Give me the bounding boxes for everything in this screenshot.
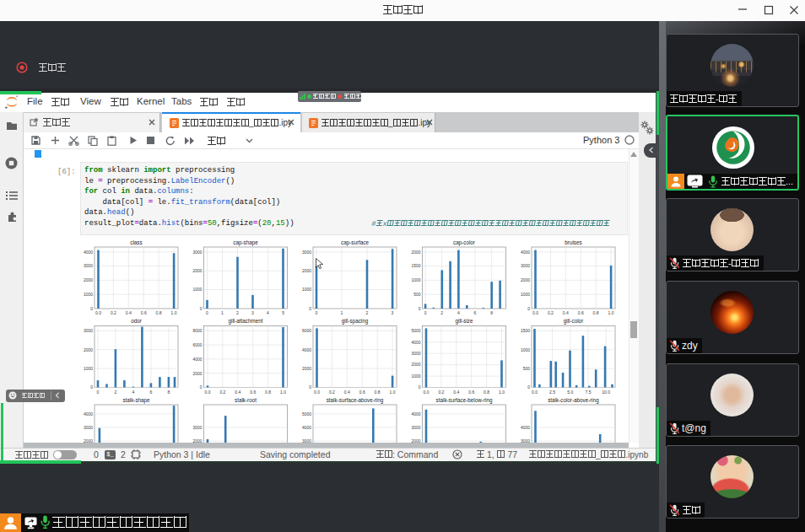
svg-text:1000: 1000 bbox=[411, 373, 420, 379]
svg-text:cap-surface: cap-surface bbox=[341, 239, 369, 246]
svg-text:1500: 1500 bbox=[411, 263, 420, 268]
svg-text:7.5: 7.5 bbox=[586, 390, 592, 395]
svg-text:4000: 4000 bbox=[84, 411, 93, 416]
svg-text:10.0: 10.0 bbox=[602, 390, 610, 395]
svg-text:stalk-color-above-ring: stalk-color-above-ring bbox=[548, 397, 599, 404]
svg-text:4000: 4000 bbox=[302, 347, 311, 352]
svg-text:0.0: 0.0 bbox=[532, 310, 538, 315]
svg-text:0.2: 0.2 bbox=[548, 310, 554, 315]
svg-text:1.0: 1.0 bbox=[499, 390, 505, 395]
svg-text:1000: 1000 bbox=[411, 277, 420, 282]
svg-text:2000: 2000 bbox=[302, 366, 311, 371]
svg-text:0.6: 0.6 bbox=[578, 310, 584, 315]
svg-text:3: 3 bbox=[251, 310, 254, 315]
svg-text:0: 0 bbox=[200, 384, 203, 390]
svg-text:0.8: 0.8 bbox=[593, 310, 599, 315]
svg-text:6000: 6000 bbox=[302, 328, 311, 333]
svg-text:1.0: 1.0 bbox=[280, 390, 286, 395]
svg-text:1: 1 bbox=[341, 310, 343, 315]
svg-text:0: 0 bbox=[200, 306, 203, 311]
svg-text:0: 0 bbox=[309, 306, 311, 311]
svg-text:1000: 1000 bbox=[84, 366, 93, 371]
svg-text:4: 4 bbox=[457, 310, 460, 315]
svg-text:3000: 3000 bbox=[411, 351, 420, 356]
svg-text:0.6: 0.6 bbox=[250, 390, 256, 395]
svg-text:2: 2 bbox=[366, 310, 369, 315]
svg-text:0.4: 0.4 bbox=[563, 310, 569, 315]
svg-text:0.2: 0.2 bbox=[111, 310, 116, 315]
svg-text:0: 0 bbox=[419, 384, 421, 390]
svg-text:0: 0 bbox=[527, 384, 530, 390]
svg-text:1: 1 bbox=[221, 310, 224, 315]
svg-text:500: 500 bbox=[413, 292, 421, 297]
svg-text:cap-shape: cap-shape bbox=[233, 239, 258, 246]
svg-text:500: 500 bbox=[523, 366, 531, 371]
svg-text:8000: 8000 bbox=[192, 328, 202, 333]
svg-text:gill-attachment: gill-attachment bbox=[229, 318, 263, 325]
svg-text:0.6: 0.6 bbox=[359, 390, 365, 395]
svg-text:2000: 2000 bbox=[411, 362, 420, 367]
svg-text:4: 4 bbox=[132, 390, 135, 395]
svg-text:cap-color: cap-color bbox=[453, 239, 475, 246]
svg-text:gill-spacing: gill-spacing bbox=[342, 318, 369, 325]
svg-text:2: 2 bbox=[236, 310, 239, 315]
svg-text:4000: 4000 bbox=[521, 425, 530, 430]
svg-text:2000: 2000 bbox=[84, 347, 93, 352]
svg-text:0.4: 0.4 bbox=[453, 390, 459, 395]
svg-text:1.0: 1.0 bbox=[390, 390, 396, 395]
svg-text:0.4: 0.4 bbox=[235, 390, 240, 395]
svg-text:4000: 4000 bbox=[84, 250, 93, 255]
svg-text:1.0: 1.0 bbox=[608, 310, 614, 315]
svg-text:1000: 1000 bbox=[521, 292, 530, 297]
svg-text:odor: odor bbox=[131, 318, 142, 324]
svg-text:1000: 1000 bbox=[302, 287, 311, 292]
svg-text:1500: 1500 bbox=[521, 328, 530, 333]
svg-text:8: 8 bbox=[168, 390, 170, 395]
svg-text:4000: 4000 bbox=[411, 340, 420, 345]
svg-text:4: 4 bbox=[267, 310, 269, 315]
svg-text:0.0: 0.0 bbox=[424, 390, 430, 395]
svg-text:3000: 3000 bbox=[84, 425, 93, 430]
svg-text:1000: 1000 bbox=[521, 347, 530, 352]
svg-text:stalk-shape: stalk-shape bbox=[122, 397, 150, 404]
svg-text:0: 0 bbox=[527, 306, 530, 311]
svg-text:0.6: 0.6 bbox=[141, 310, 147, 315]
svg-text:0.0: 0.0 bbox=[95, 310, 101, 315]
svg-text:0.8: 0.8 bbox=[375, 390, 381, 395]
svg-text:0.2: 0.2 bbox=[329, 390, 335, 395]
svg-text:4000: 4000 bbox=[192, 357, 202, 362]
svg-text:0: 0 bbox=[424, 310, 427, 315]
svg-text:0.6: 0.6 bbox=[468, 390, 474, 395]
svg-text:0.0: 0.0 bbox=[205, 390, 211, 395]
svg-text:0.4: 0.4 bbox=[126, 310, 132, 315]
svg-text:0.2: 0.2 bbox=[438, 390, 444, 395]
svg-text:1000: 1000 bbox=[192, 287, 202, 292]
svg-text:2000: 2000 bbox=[192, 371, 202, 376]
svg-text:2000: 2000 bbox=[411, 250, 420, 255]
svg-text:bruises: bruises bbox=[565, 239, 581, 245]
svg-text:5: 5 bbox=[282, 310, 284, 315]
svg-text:0.4: 0.4 bbox=[344, 390, 350, 395]
svg-text:3000: 3000 bbox=[192, 425, 202, 430]
svg-text:0.2: 0.2 bbox=[219, 390, 225, 395]
svg-text:3000: 3000 bbox=[84, 328, 93, 333]
svg-text:3000: 3000 bbox=[192, 250, 202, 255]
svg-text:3: 3 bbox=[392, 310, 394, 315]
svg-text:1000: 1000 bbox=[84, 292, 93, 297]
svg-text:1.0: 1.0 bbox=[171, 310, 177, 315]
svg-text:5.0: 5.0 bbox=[567, 390, 573, 395]
svg-text:4000: 4000 bbox=[302, 425, 311, 430]
svg-text:0.8: 0.8 bbox=[484, 390, 489, 395]
svg-text:2000: 2000 bbox=[521, 277, 530, 282]
svg-text:gill-color: gill-color bbox=[564, 318, 583, 325]
svg-text:2000: 2000 bbox=[84, 277, 93, 282]
svg-text:class: class bbox=[130, 239, 142, 245]
svg-text:2.5: 2.5 bbox=[549, 390, 555, 395]
svg-text:0: 0 bbox=[206, 310, 208, 315]
svg-text:0: 0 bbox=[419, 306, 421, 311]
svg-text:3000: 3000 bbox=[84, 263, 93, 268]
svg-text:3000: 3000 bbox=[521, 263, 530, 268]
svg-text:5000: 5000 bbox=[411, 328, 420, 333]
svg-text:6: 6 bbox=[150, 390, 153, 395]
svg-text:0: 0 bbox=[97, 390, 100, 395]
